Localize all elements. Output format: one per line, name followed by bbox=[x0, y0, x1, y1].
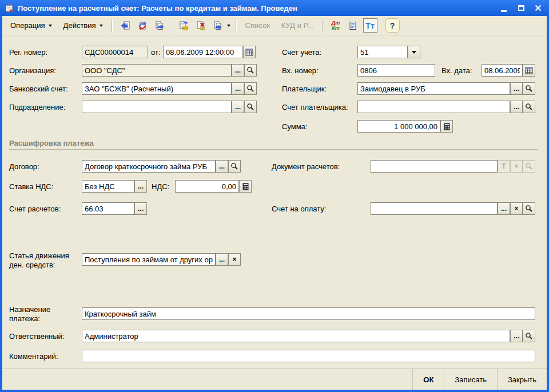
incoming-date-input[interactable] bbox=[482, 64, 523, 77]
bank-account-input[interactable] bbox=[82, 82, 232, 95]
save-button[interactable]: Записать bbox=[444, 369, 497, 390]
payment-purpose-label: Назначение платежа: bbox=[9, 305, 73, 323]
payer-account-input[interactable] bbox=[357, 101, 510, 113]
magnifier-icon bbox=[525, 103, 533, 111]
responsible-input[interactable] bbox=[82, 330, 510, 342]
division-open-button[interactable] bbox=[244, 101, 257, 113]
division-select-button[interactable]: ... bbox=[232, 101, 244, 113]
date-input[interactable] bbox=[163, 46, 243, 58]
close-form-button[interactable]: Закрыть bbox=[497, 369, 547, 390]
question-mark-icon: ? bbox=[390, 21, 395, 30]
reg-number-label: Рег. номер: bbox=[9, 48, 47, 57]
copy-button[interactable] bbox=[153, 18, 167, 33]
titlebar[interactable]: Поступление на расчетный счет: Расчеты п… bbox=[0, 0, 549, 16]
payer-input[interactable] bbox=[357, 82, 510, 95]
settlement-document-type-button: Т bbox=[498, 160, 510, 173]
bank-account-open-button[interactable] bbox=[244, 82, 257, 95]
amount-input[interactable] bbox=[357, 120, 440, 133]
minimize-icon bbox=[501, 10, 507, 12]
ellipsis-icon: ... bbox=[235, 85, 241, 93]
settlement-document-open-button bbox=[523, 160, 535, 173]
actions-menu-button[interactable]: Действия bbox=[58, 18, 109, 33]
cash-flow-item-select-button[interactable]: ... bbox=[216, 253, 228, 266]
clear-x-icon: × bbox=[232, 255, 236, 263]
payment-purpose-input[interactable] bbox=[82, 307, 535, 320]
amount-label: Сумма: bbox=[282, 122, 307, 131]
payer-account-open-button[interactable] bbox=[523, 101, 535, 113]
close-button[interactable] bbox=[533, 3, 543, 13]
create-based-on-dropdown-button[interactable] bbox=[225, 18, 233, 33]
cash-flow-item-input[interactable] bbox=[82, 253, 216, 266]
chevron-down-icon bbox=[227, 25, 230, 27]
unpost-document-button[interactable] bbox=[194, 18, 208, 33]
settlement-account-select-button[interactable]: ... bbox=[134, 202, 147, 215]
date-calendar-button[interactable] bbox=[243, 46, 256, 58]
maximize-button[interactable] bbox=[516, 3, 526, 13]
magnifier-icon bbox=[525, 85, 533, 93]
help-button[interactable]: ? bbox=[385, 18, 400, 33]
accounting-account-input[interactable] bbox=[357, 46, 408, 58]
contract-select-button[interactable]: ... bbox=[216, 160, 228, 173]
vat-amount-input[interactable] bbox=[175, 180, 239, 193]
footer-button-bar: ОК Записать Закрыть bbox=[2, 369, 547, 390]
post-document-button[interactable] bbox=[177, 18, 191, 33]
create-based-on-button[interactable] bbox=[211, 18, 225, 33]
settlement-account-input[interactable] bbox=[82, 202, 134, 215]
responsible-select-button[interactable]: ... bbox=[510, 330, 523, 342]
create-based-on-icon bbox=[213, 21, 222, 30]
payer-label: Плательщик: bbox=[282, 85, 327, 94]
payment-invoice-select-button[interactable]: ... bbox=[498, 202, 510, 215]
actions-menu-label: Действия bbox=[63, 21, 96, 30]
minimize-button[interactable] bbox=[499, 3, 509, 13]
toolbar-separator bbox=[322, 19, 323, 32]
date-label: от: bbox=[151, 48, 161, 57]
amount-calculator-button[interactable] bbox=[440, 120, 453, 133]
payment-invoice-open-button[interactable] bbox=[523, 202, 535, 215]
list-button[interactable]: Список bbox=[240, 18, 276, 33]
show-postings-button[interactable]: Дт Кт bbox=[329, 18, 343, 33]
responsible-open-button[interactable] bbox=[523, 330, 535, 342]
division-input[interactable] bbox=[82, 101, 232, 113]
organization-input[interactable] bbox=[82, 64, 232, 77]
division-label: Подразделение: bbox=[9, 103, 65, 112]
cash-flow-item-clear-button[interactable]: × bbox=[228, 253, 241, 266]
dt-kt-icon: Дт Кт bbox=[332, 21, 340, 31]
bank-account-select-button[interactable]: ... bbox=[232, 82, 244, 95]
magnifier-icon bbox=[525, 162, 533, 170]
vat-amount-calculator-button[interactable] bbox=[239, 180, 252, 193]
form-client-area: Операция Действия bbox=[2, 16, 547, 390]
toolbar-separator bbox=[112, 19, 113, 32]
kud-button[interactable]: КУД и Р... bbox=[276, 18, 319, 33]
document-report-button[interactable] bbox=[346, 18, 360, 33]
incoming-date-calendar-button[interactable] bbox=[523, 64, 535, 77]
incoming-number-input[interactable] bbox=[357, 64, 435, 77]
calendar-icon bbox=[245, 48, 253, 56]
totals-toggle-button[interactable]: Тт bbox=[363, 18, 377, 33]
vat-amount-label: НДС: bbox=[152, 182, 169, 191]
organization-select-button[interactable]: ... bbox=[232, 64, 244, 77]
reread-button[interactable] bbox=[118, 18, 133, 33]
payment-invoice-clear-button[interactable]: × bbox=[510, 202, 523, 215]
tt-icon: Тт bbox=[365, 21, 374, 30]
payer-account-select-button[interactable]: ... bbox=[510, 101, 523, 113]
payment-invoice-input[interactable] bbox=[371, 202, 498, 215]
ellipsis-icon: ... bbox=[219, 255, 225, 263]
payer-select-button[interactable]: ... bbox=[510, 82, 523, 95]
payment-details-section-title: Расшифровка платежа bbox=[9, 139, 94, 147]
contract-open-button[interactable] bbox=[228, 160, 241, 173]
refresh-button[interactable] bbox=[136, 18, 150, 33]
organization-open-button[interactable] bbox=[244, 64, 257, 77]
incoming-date-label: Вх. дата: bbox=[441, 66, 472, 75]
magnifier-icon bbox=[246, 85, 254, 93]
list-button-label: Список bbox=[245, 21, 270, 30]
ok-button[interactable]: ОК bbox=[412, 369, 444, 390]
reg-number-input[interactable] bbox=[82, 46, 148, 58]
contract-input[interactable] bbox=[82, 160, 216, 173]
vat-rate-select-button[interactable]: ... bbox=[134, 180, 147, 193]
operation-menu-button[interactable]: Операция bbox=[5, 18, 58, 33]
comment-input[interactable] bbox=[82, 350, 535, 362]
vat-rate-input[interactable] bbox=[82, 180, 134, 193]
payer-open-button[interactable] bbox=[523, 82, 535, 95]
accounting-account-dropdown-button[interactable] bbox=[408, 46, 420, 58]
incoming-number-label: Вх. номер: bbox=[282, 66, 319, 75]
